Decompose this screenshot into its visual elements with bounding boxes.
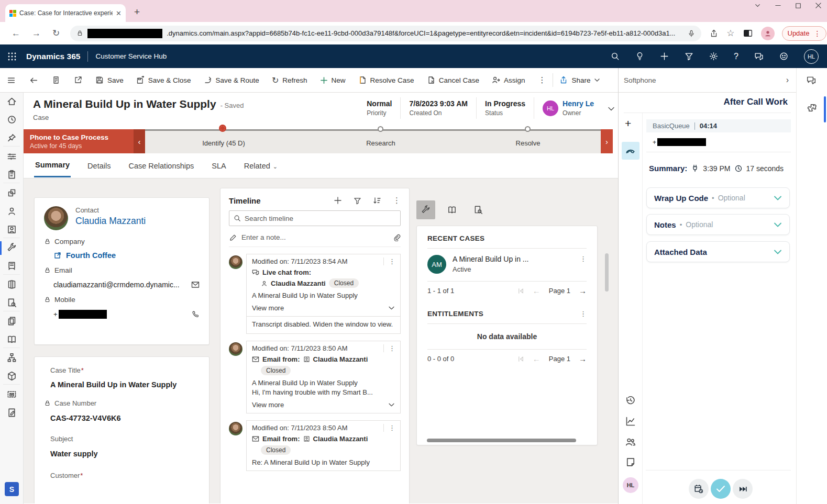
schedule-followup-button[interactable] — [689, 479, 709, 499]
browser-menu-icon[interactable]: ⋮ — [813, 29, 821, 38]
collapse-panel-chevron-icon[interactable]: › — [786, 75, 789, 85]
app-name[interactable]: Customer Service Hub — [95, 52, 167, 60]
lightbulb-icon[interactable] — [635, 52, 644, 61]
cancel-case-button[interactable]: Cancel Case — [421, 68, 486, 92]
related-cases-tool-button[interactable] — [416, 200, 435, 219]
header-field-owner[interactable]: HL Henry Le Owner — [534, 97, 602, 119]
bookmark-star-icon[interactable]: ☆ — [726, 28, 734, 39]
filter-icon[interactable] — [685, 52, 693, 61]
entitlements-more-icon[interactable]: ⋮ — [580, 310, 587, 318]
queues-icon[interactable] — [7, 261, 17, 271]
url-field[interactable]: .dynamics.com/main.aspx?appid=6685b74b-f… — [70, 26, 701, 41]
gear-icon[interactable] — [709, 52, 718, 61]
entry-person[interactable]: Claudia Mazzanti — [271, 279, 326, 287]
back-button[interactable] — [23, 68, 45, 92]
user-avatar[interactable]: HL — [804, 49, 819, 64]
next-page-icon[interactable]: → — [579, 286, 587, 295]
timeline-entry-email[interactable]: Modified on: 7/11/2023 8:50 AM ⋮ Email f… — [229, 420, 401, 471]
recent-case-row[interactable]: AM A Mineral Build Up in ... Active ⋮ — [427, 255, 587, 274]
recent-case-more-icon[interactable]: ⋮ — [580, 255, 587, 274]
company-value-link[interactable]: Fourth Coffee — [66, 251, 116, 260]
refresh-button[interactable]: ↻Refresh — [266, 68, 314, 92]
previous-page-icon[interactable]: ← — [533, 354, 541, 363]
help-icon[interactable]: ? — [734, 52, 738, 61]
browser-tab[interactable]: Case: Case for Interactive experie ✕ — [5, 4, 126, 22]
timeline-filter-icon[interactable] — [354, 197, 361, 205]
home-icon[interactable] — [7, 96, 17, 106]
stage-identify-label[interactable]: Identify (45 D) — [182, 139, 266, 147]
view-more-row[interactable]: View more — [252, 304, 395, 312]
search-icon[interactable] — [611, 52, 620, 61]
vertical-scrollbar[interactable] — [605, 253, 609, 292]
contacts-icon[interactable] — [7, 206, 17, 216]
skip-acw-button[interactable] — [733, 479, 753, 499]
timeline-entry-email[interactable]: Modified on: 7/11/2023 8:50 AM ⋮ Email f… — [229, 341, 401, 413]
open-in-new-window-button[interactable] — [67, 68, 89, 92]
microphone-icon[interactable] — [688, 30, 695, 37]
attached-data-section[interactable]: Attached Data — [646, 241, 790, 262]
chat-feedback-icon[interactable] — [754, 52, 764, 61]
email-value[interactable]: claudiamazzanti@crmdemo.dynamic... — [53, 281, 180, 289]
tab-summary[interactable]: Summary — [34, 154, 71, 177]
timeline-add-icon[interactable] — [334, 196, 342, 205]
queue-session-header[interactable]: BasicQueue 04:14 — [646, 119, 791, 132]
quick-create-plus-icon[interactable] — [660, 52, 669, 61]
new-button[interactable]: New — [314, 68, 352, 92]
window-maximize-icon[interactable] — [795, 3, 801, 9]
analytics-chart-icon[interactable] — [625, 416, 636, 427]
entry-more-icon[interactable]: ⋮ — [384, 424, 400, 432]
view-more-row[interactable]: View more — [252, 401, 395, 409]
save-button[interactable]: Save — [89, 68, 130, 92]
window-close-icon[interactable] — [815, 2, 822, 9]
entry-person[interactable]: Claudia Mazzanti — [313, 435, 368, 443]
brand-title[interactable]: Dynamics 365 — [26, 52, 80, 61]
knowledge-book-icon[interactable] — [7, 334, 17, 344]
email-template-icon[interactable] — [7, 389, 17, 399]
share-page-icon[interactable] — [710, 29, 718, 38]
edit-document-icon[interactable] — [7, 408, 17, 418]
send-email-icon[interactable] — [191, 281, 200, 288]
notes-icon[interactable] — [625, 457, 636, 467]
app-logo-tile[interactable]: S — [5, 482, 19, 496]
wrap-up-code-section[interactable]: Wrap Up Code • Optional — [646, 187, 790, 208]
entry-more-icon[interactable]: ⋮ — [384, 344, 400, 352]
entry-person[interactable]: Claudia Mazzanti — [313, 355, 368, 363]
process-name-flag[interactable]: Phone to Case Process Active for 45 days — [24, 129, 134, 153]
stage-identify-marker[interactable] — [219, 125, 226, 132]
window-menu-chevron-icon[interactable] — [754, 2, 761, 9]
stage-resolve-marker[interactable] — [525, 126, 531, 132]
stage-research-marker[interactable] — [378, 126, 383, 132]
paperclip-icon[interactable] — [393, 233, 401, 241]
subject-value[interactable]: Water supply — [50, 450, 200, 458]
active-call-session-button[interactable] — [622, 142, 639, 160]
products-cube-icon[interactable] — [7, 371, 17, 381]
save-and-close-button[interactable]: Save & Close — [130, 68, 197, 92]
recent-case-title[interactable]: A Mineral Build Up in ... — [453, 255, 580, 263]
pinned-icon[interactable] — [7, 133, 17, 143]
complete-acw-button[interactable] — [711, 479, 731, 499]
call-phone-icon[interactable] — [192, 310, 200, 318]
timeline-sort-icon[interactable] — [373, 196, 381, 205]
redacted-mobile-number[interactable] — [59, 310, 107, 319]
header-expand-chevron-icon[interactable] — [608, 106, 615, 111]
resolve-case-button[interactable]: Resolve Case — [352, 68, 421, 92]
tab-close-icon[interactable]: ✕ — [116, 9, 122, 17]
smiley-feedback-icon[interactable] — [779, 52, 788, 61]
browser-update-button[interactable]: Update ⋮ — [782, 26, 827, 41]
timeline-more-icon[interactable]: ⋮ — [393, 196, 401, 205]
knowledge-binder-icon[interactable] — [7, 279, 17, 289]
knowledge-search-tool-button[interactable] — [469, 200, 488, 219]
stage-research-label[interactable]: Research — [339, 139, 423, 147]
teams-chat-icon[interactable] — [806, 75, 817, 85]
dashboards-icon[interactable] — [7, 151, 17, 161]
horizontal-scrollbar[interactable] — [427, 439, 576, 442]
entry-more-icon[interactable]: ⋮ — [384, 257, 400, 265]
note-input[interactable] — [241, 233, 388, 241]
waffle-menu-icon[interactable] — [7, 52, 17, 61]
routing-flow-icon[interactable] — [7, 353, 17, 363]
notes-section[interactable]: Notes • Optional — [646, 214, 790, 235]
history-icon[interactable] — [625, 395, 636, 406]
tab-related[interactable]: Related⌄ — [243, 155, 279, 177]
form-selector-button[interactable] — [45, 68, 67, 92]
case-title-value[interactable]: A Mineral Build Up in Water Supply — [50, 380, 200, 389]
